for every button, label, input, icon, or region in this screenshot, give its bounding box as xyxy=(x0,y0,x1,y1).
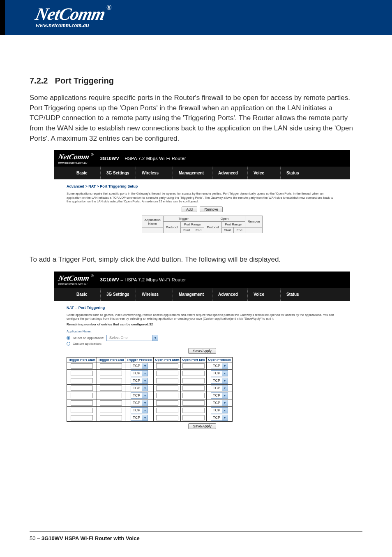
trademark-symbol: ® xyxy=(106,4,111,11)
port-input[interactable] xyxy=(156,385,178,391)
protocol-value: TCP xyxy=(131,408,142,413)
chevron-down-icon: ▾ xyxy=(142,378,148,383)
open-protocol-select[interactable]: TCP▾ xyxy=(211,378,228,384)
port-input[interactable] xyxy=(100,393,122,398)
radio-custom-application[interactable] xyxy=(67,342,70,346)
port-input[interactable] xyxy=(182,393,205,398)
port-input[interactable] xyxy=(156,371,178,376)
protocol-value: TCP xyxy=(211,363,222,369)
port-input[interactable] xyxy=(100,378,122,383)
brand-logo: NetComm xyxy=(34,4,107,24)
port-input[interactable] xyxy=(182,378,205,383)
port-input[interactable] xyxy=(156,400,178,406)
intro-paragraph-2: To add a Trigger Port, simply click the … xyxy=(30,255,362,265)
port-input[interactable] xyxy=(71,378,93,383)
port-input[interactable] xyxy=(71,371,93,376)
trigger-protocol-select[interactable]: TCP▾ xyxy=(131,370,148,376)
trigger-protocol-select[interactable]: TCP▾ xyxy=(131,392,148,399)
table-row: TCP▾TCP▾ xyxy=(67,362,233,370)
port-input[interactable] xyxy=(156,378,178,383)
port-input[interactable] xyxy=(100,363,122,369)
tab-advanced[interactable]: Advanced xyxy=(212,167,247,179)
th-trigger-port-end: Trigger Port End xyxy=(97,357,125,362)
port-input[interactable] xyxy=(71,415,93,420)
tab-basic[interactable]: Basic xyxy=(71,288,100,301)
router-brand-url-2: www.netcomm.com.au xyxy=(58,283,94,285)
port-input[interactable] xyxy=(182,385,205,391)
port-input[interactable] xyxy=(156,393,178,398)
trigger-protocol-select[interactable]: TCP▾ xyxy=(131,400,148,406)
tab-voice[interactable]: Voice xyxy=(247,167,280,179)
table-row: TCP▾TCP▾ xyxy=(67,392,233,399)
tab-basic[interactable]: Basic xyxy=(71,167,100,179)
table-row: TCP▾TCP▾ xyxy=(67,414,233,422)
port-input[interactable] xyxy=(182,400,205,406)
trigger-protocol-select[interactable]: TCP▾ xyxy=(131,378,148,384)
th-trigger-end: End xyxy=(193,227,204,233)
trigger-protocol-select[interactable]: TCP▾ xyxy=(131,407,148,413)
save-apply-button-bottom[interactable]: Save/Apply xyxy=(188,423,216,429)
port-input[interactable] xyxy=(156,415,178,420)
tab-management[interactable]: Management xyxy=(173,288,212,301)
port-input[interactable] xyxy=(100,385,122,391)
port-input[interactable] xyxy=(71,400,93,406)
open-protocol-select[interactable]: TCP▾ xyxy=(211,392,228,399)
protocol-value: TCP xyxy=(131,393,142,398)
open-protocol-select[interactable]: TCP▾ xyxy=(211,363,228,369)
tab-wireless[interactable]: Wireless xyxy=(136,288,173,301)
tab-voice[interactable]: Voice xyxy=(247,288,280,301)
port-input[interactable] xyxy=(71,385,93,391)
breadcrumb-2: NAT -- Port Triggering xyxy=(67,306,338,310)
tab-status[interactable]: Status xyxy=(280,167,313,179)
radio-custom-application-row[interactable]: Custom application: xyxy=(67,342,338,346)
table-row: TCP▾TCP▾ xyxy=(67,407,233,414)
port-input[interactable] xyxy=(71,393,93,398)
open-protocol-select[interactable]: TCP▾ xyxy=(211,407,228,413)
open-protocol-select[interactable]: TCP▾ xyxy=(211,370,228,376)
tab-status[interactable]: Status xyxy=(280,288,313,301)
router-reg: ® xyxy=(91,153,94,157)
trigger-protocol-select[interactable]: TCP▾ xyxy=(131,363,148,369)
trigger-protocol-select[interactable]: TCP▾ xyxy=(131,385,148,391)
open-protocol-select[interactable]: TCP▾ xyxy=(211,415,228,421)
open-protocol-select[interactable]: TCP▾ xyxy=(211,385,228,391)
port-input[interactable] xyxy=(100,415,122,420)
tab-wireless[interactable]: Wireless xyxy=(136,167,173,179)
chevron-down-icon: ▾ xyxy=(222,400,228,406)
port-input[interactable] xyxy=(71,408,93,413)
port-input[interactable] xyxy=(156,363,178,369)
breadcrumb: Advanced > NAT > Port Triggering Setup xyxy=(67,184,338,188)
th-trigger: Trigger xyxy=(163,216,204,222)
page-number: 50 – xyxy=(30,535,42,541)
th-trigger-port-start: Trigger Port Start xyxy=(67,357,97,362)
remaining-entries: Remaining number of entries that can be … xyxy=(67,323,338,326)
router-header: NetComm® www.netcomm.com.au 3G10WV – HSP… xyxy=(54,150,350,167)
port-input[interactable] xyxy=(100,400,122,406)
save-apply-button-top[interactable]: Save/Apply xyxy=(188,348,216,354)
tab-3g-settings[interactable]: 3G Settings xyxy=(100,288,136,301)
port-input[interactable] xyxy=(182,415,205,420)
radio-select-application-row[interactable]: Select an application: Select One ▾ xyxy=(67,335,338,341)
port-input[interactable] xyxy=(182,363,205,369)
open-protocol-select[interactable]: TCP▾ xyxy=(211,400,228,406)
port-input[interactable] xyxy=(182,408,205,413)
trigger-protocol-select[interactable]: TCP▾ xyxy=(131,415,148,421)
th-open-portrange: Port Range xyxy=(221,222,245,227)
th-application: ApplicationName xyxy=(142,216,163,227)
tab-advanced[interactable]: Advanced xyxy=(212,288,247,301)
table-row: TCP▾TCP▾ xyxy=(67,399,233,407)
port-input[interactable] xyxy=(156,408,178,413)
application-select[interactable]: Select One ▾ xyxy=(106,335,158,341)
protocol-value: TCP xyxy=(131,415,142,420)
tab-3g-settings[interactable]: 3G Settings xyxy=(100,167,136,179)
port-input[interactable] xyxy=(71,363,93,369)
brand-block: NetComm ® www.netcomm.com.au xyxy=(36,4,111,29)
tab-management[interactable]: Management xyxy=(173,167,212,179)
add-button[interactable]: Add xyxy=(182,207,197,212)
protocol-value: TCP xyxy=(131,378,142,383)
port-input[interactable] xyxy=(100,371,122,376)
remove-button[interactable]: Remove xyxy=(200,207,223,212)
port-input[interactable] xyxy=(182,371,205,376)
radio-select-application[interactable] xyxy=(67,336,70,340)
port-input[interactable] xyxy=(100,408,122,413)
